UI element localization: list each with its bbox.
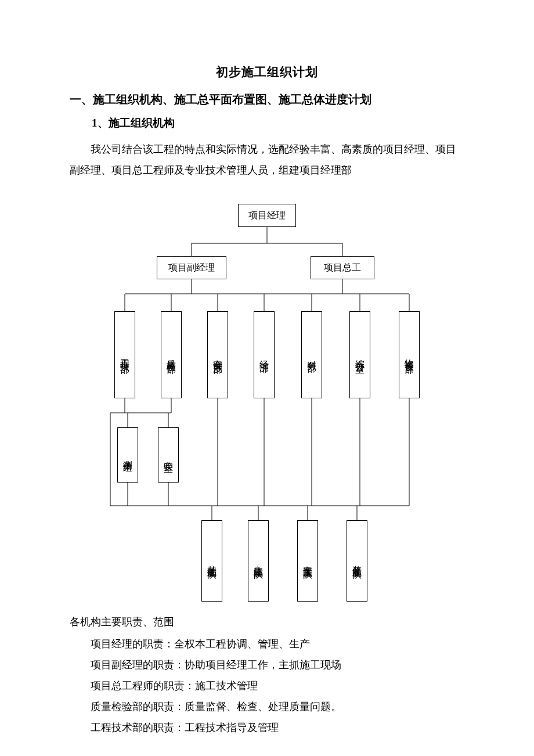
org-node-dept-0: 工程技术部 [114, 311, 135, 398]
org-node-sub-0: 测量组 [117, 427, 138, 483]
org-node-team-2: 安装施工队 [297, 520, 318, 602]
org-node-dept-2: 安全调度部 [207, 311, 228, 398]
org-node-sub-1: 实验室 [158, 427, 179, 483]
org-node-dept-5: 综合办公室 [349, 311, 370, 398]
document-page: 初步施工组织计划 一、施工组织机构、施工总平面布置图、施工总体进度计划 1、施工… [0, 0, 534, 756]
org-node-dept-6: 物资设备部 [399, 311, 420, 398]
duty-line: 项目经理的职责：全权本工程协调、管理、生产 [70, 633, 464, 654]
org-node-deputy: 项目副经理 [157, 256, 226, 279]
duty-line: 工程技术部的职责：工程技术指导及管理 [70, 717, 464, 738]
org-chart: 项目经理 项目副经理 项目总工 工程技术部 质量检验部 安全调度部 经济部 财务… [70, 198, 464, 604]
org-node-dept-1: 质量检验部 [161, 311, 182, 398]
intro-paragraph: 我公司结合该工程的特点和实际情况，选配经验丰富、高素质的项目经理、项目副经理、项… [70, 139, 464, 181]
heading-2: 1、施工组织机构 [70, 116, 464, 131]
org-node-root: 项目经理 [238, 204, 296, 227]
duty-line: 项目总工程师的职责：施工技术管理 [70, 675, 464, 696]
duties-heading: 各机构主要职责、范围 [70, 611, 464, 632]
org-node-team-1: 主体施工队 [248, 520, 269, 602]
org-node-dept-3: 经济部 [254, 311, 275, 398]
duty-line: 质量检验部的职责：质量监督、检查、处理质量问题。 [70, 696, 464, 717]
org-node-team-3: 装修施工队 [347, 520, 367, 602]
duty-line: 项目副经理的职责：协助项目经理工作，主抓施工现场 [70, 654, 464, 675]
org-node-dept-4: 财务部 [301, 311, 322, 398]
org-node-team-0: 基础施工队 [201, 520, 222, 602]
doc-title: 初步施工组织计划 [70, 64, 464, 80]
heading-1: 一、施工组织机构、施工总平面布置图、施工总体进度计划 [70, 92, 464, 107]
org-node-chief: 项目总工 [311, 256, 374, 279]
